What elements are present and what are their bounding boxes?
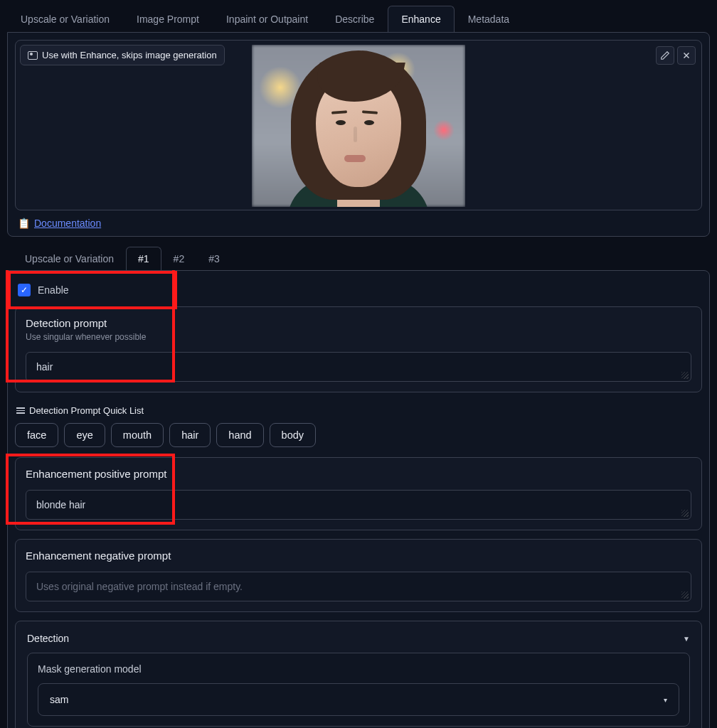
mask-model-label: Mask generation model [38,663,679,675]
positive-prompt-label: Enhancement positive prompt [26,468,691,480]
chip-face[interactable]: face [15,423,58,447]
image-upload-box[interactable]: Use with Enhance, skips image generation [15,40,702,210]
chip-hand[interactable]: hand [216,423,263,447]
upload-corner-buttons [656,46,696,65]
positive-prompt-section: Enhancement positive prompt blonde hair [15,457,702,530]
image-icon [28,51,38,60]
tab-enhance[interactable]: Enhance [388,6,454,32]
main-tabs: Upscale or Variation Image Prompt Inpain… [7,6,710,32]
negative-prompt-input[interactable]: Uses original negative prompt instead if… [26,572,691,601]
quick-list-chips: face eye mouth hair hand body [15,423,702,447]
enhance-subtabs: Upscale or Variation #1 #2 #3 [7,247,710,270]
enable-checkbox[interactable]: ✓ [18,284,31,296]
resize-handle-icon[interactable] [681,372,689,379]
subtab-2[interactable]: #2 [161,247,197,270]
detection-prompt-label: Detection prompt [26,317,691,329]
remove-image-button[interactable] [677,46,696,65]
edit-image-button[interactable] [656,46,674,65]
tab-metadata[interactable]: Metadata [455,6,523,32]
tab-image-prompt[interactable]: Image Prompt [123,6,213,32]
documentation-link[interactable]: Documentation [34,218,101,229]
mask-model-select[interactable]: sam ▾ [38,683,679,716]
tab-describe[interactable]: Describe [322,6,388,32]
tab-upscale[interactable]: Upscale or Variation [7,6,123,32]
upload-banner-text: Use with Enhance, skips image generation [42,50,217,60]
highlight-region-1: ✓ Enable [8,271,177,309]
enable-label: Enable [38,284,69,296]
resize-handle-icon[interactable] [681,592,689,599]
chip-eye[interactable]: eye [64,423,105,447]
detection-prompt-section: Detection prompt Use singular whenever p… [15,306,702,392]
resize-handle-icon[interactable] [681,510,689,517]
pencil-icon [660,50,670,60]
chip-hair[interactable]: hair [169,423,211,447]
detection-accordion-header[interactable]: Detection ▼ [27,633,690,644]
detection-accordion: Detection ▼ Mask generation model sam ▾ … [15,621,702,728]
list-icon [16,407,25,414]
negative-prompt-label: Enhancement negative prompt [26,550,691,562]
enable-row: ✓ Enable [11,274,174,306]
chip-body[interactable]: body [270,423,316,447]
negative-prompt-section: Enhancement negative prompt Uses origina… [15,539,702,612]
close-icon [681,50,691,60]
subtab-upscale-variation[interactable]: Upscale or Variation [13,247,126,270]
subtab-3[interactable]: #3 [196,247,232,270]
documentation-row: 📋 Documentation [15,218,702,229]
tab-inpaint-outpaint[interactable]: Inpaint or Outpaint [213,6,322,32]
mask-model-box: Mask generation model sam ▾ [27,653,690,727]
enhance-panel: Use with Enhance, skips image generation… [7,32,710,237]
positive-prompt-input[interactable]: blonde hair [26,490,691,520]
quick-list-header: Detection Prompt Quick List [16,405,702,416]
uploaded-image-preview [252,45,465,207]
chevron-down-icon: ▼ [683,635,690,643]
clipboard-icon: 📋 [18,218,30,229]
chip-mouth[interactable]: mouth [111,423,164,447]
dropdown-caret-icon: ▾ [664,696,667,704]
detection-prompt-sublabel: Use singular whenever possible [26,332,691,342]
upload-banner: Use with Enhance, skips image generation [20,45,225,65]
detection-prompt-input[interactable]: hair [26,352,691,382]
subtab-1[interactable]: #1 [126,247,161,270]
enhance-slot-panel: ✓ Enable Detection prompt Use singular w… [7,270,710,728]
